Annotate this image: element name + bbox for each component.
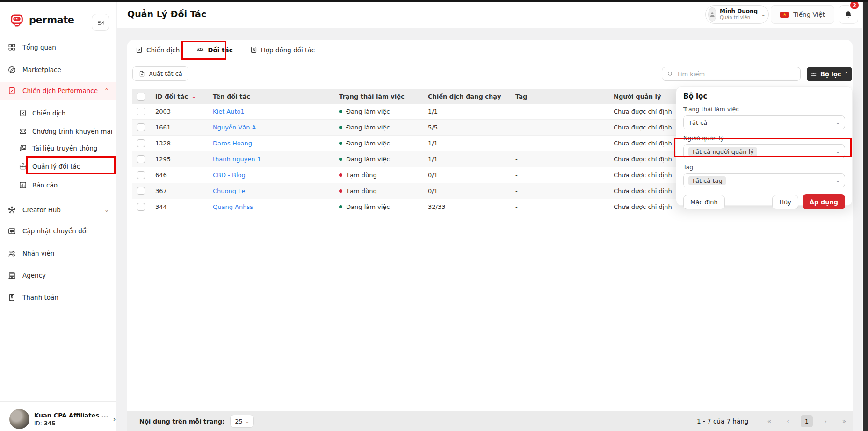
filter-actions: Mặc định Hủy Áp dụng xyxy=(683,194,845,209)
select-all-checkbox[interactable] xyxy=(137,93,145,101)
partner-name-link[interactable]: Nguyễn Văn A xyxy=(213,124,256,131)
column-header-id[interactable]: ID đối tác⌄ xyxy=(150,93,207,100)
page-scrollbar[interactable] xyxy=(863,2,868,431)
sidebar-item-label: Agency xyxy=(22,272,46,279)
search-input[interactable] xyxy=(677,71,796,78)
language-switcher[interactable]: ★ Tiếng Việt xyxy=(771,5,834,24)
sidebar-item-agency[interactable]: Agency xyxy=(0,266,116,284)
staff-icon xyxy=(7,249,16,258)
sidebar-item-label: Tổng quan xyxy=(22,43,56,51)
tabs: Chiến dịchĐối tácHợp đồng đối tác xyxy=(127,40,853,60)
row-checkbox[interactable] xyxy=(137,139,145,147)
sidebar-subitem-quan-ly-doi-tac[interactable]: Quản lý đối tác xyxy=(0,158,116,174)
partner-id: 646 xyxy=(155,172,167,179)
partner-name-link[interactable]: CBD - Blog xyxy=(213,172,246,179)
sliders-icon xyxy=(810,71,817,78)
export-all-button[interactable]: Xuất tất cả xyxy=(132,66,188,81)
filter-apply-button[interactable]: Áp dụng xyxy=(803,194,845,209)
sidebar-item-tong-quan[interactable]: Tổng quan xyxy=(0,38,116,56)
filter-cancel-button[interactable]: Hủy xyxy=(772,195,798,209)
row-checkbox[interactable] xyxy=(137,108,145,115)
browser-top-strip xyxy=(0,0,868,2)
filter-field-label: Trạng thái làm việc xyxy=(683,106,845,113)
account-name: Kuan CPA Affiliates ... xyxy=(34,412,108,419)
sidebar-item-creator-hub[interactable]: Creator Hub⌄ xyxy=(0,201,116,219)
agency-icon xyxy=(7,271,16,280)
sidebar-item-thanh-toan[interactable]: Thanh toán xyxy=(0,288,116,306)
filter-select-value: Tất cả tag xyxy=(688,176,726,185)
sidebar-item-nhan-vien[interactable]: Nhân viên xyxy=(0,244,116,262)
chevron-up-icon: ⌃ xyxy=(104,87,109,94)
partner-status: Đang làm việc xyxy=(346,140,390,147)
partner-tag: - xyxy=(510,172,608,179)
sidebar-subitem-label: Báo cáo xyxy=(32,181,58,189)
prev-page-button[interactable]: ‹ xyxy=(782,415,794,427)
status-dot-icon xyxy=(339,205,342,208)
sidebar-subitem-label: Quản lý đối tác xyxy=(32,163,80,170)
per-page-select[interactable]: 25 ⌄ xyxy=(230,415,254,428)
status-dot-icon xyxy=(339,142,342,145)
page-title: Quản Lý Đối Tác xyxy=(127,9,206,19)
row-checkbox[interactable] xyxy=(137,203,145,211)
partner-campaigns: 1/1 xyxy=(422,108,510,115)
sidebar-item-label: Thanh toán xyxy=(22,294,58,301)
sidebar-subitem-tai-lieu-truyen-thong[interactable]: Tài liệu truyền thông xyxy=(0,140,116,156)
sidebar-subitem-chuong-trinh-khuyen-mai[interactable]: Chương trình khuyến mãi xyxy=(0,123,116,139)
row-checkbox[interactable] xyxy=(137,187,145,195)
partner-name-link[interactable]: Chuong Le xyxy=(213,187,245,194)
partner-campaigns: 1/1 xyxy=(422,156,510,163)
user-menu[interactable]: Minh Duong Quản trị viên ⌄ xyxy=(705,5,769,24)
grid-icon xyxy=(7,43,16,52)
next-page-button[interactable]: › xyxy=(819,415,832,427)
partner-status: Đang làm việc xyxy=(346,203,390,210)
filter-button[interactable]: Bộ lọc ⌃ xyxy=(807,67,852,81)
sidebar-subitem-bao-cao[interactable]: Báo cáo xyxy=(0,177,116,193)
partner-tag: - xyxy=(510,140,608,147)
sidebar-subitem-label: Chiến dịch xyxy=(32,109,65,117)
per-page-label: Nội dung trên mỗi trang: xyxy=(139,418,224,425)
status-dot-icon xyxy=(339,110,342,113)
partner-name-link[interactable]: Kiet Auto1 xyxy=(213,108,245,115)
current-page-button[interactable]: 1 xyxy=(801,415,813,427)
sidebar-subitem-chien-dich[interactable]: Chiến dịch xyxy=(0,105,116,121)
filter-select-tag[interactable]: Tất cả tag⌄ xyxy=(683,173,845,187)
sidebar-divider xyxy=(0,401,116,402)
row-checkbox[interactable] xyxy=(137,123,145,131)
partner-id: 344 xyxy=(155,203,167,210)
status-dot-icon xyxy=(339,173,342,177)
sidebar-item-marketplace[interactable]: Marketplace xyxy=(0,61,116,79)
partner-tag: - xyxy=(510,108,608,115)
sidebar-item-label: Chiến dịch Performance xyxy=(22,87,98,94)
row-checkbox[interactable] xyxy=(137,171,145,179)
collapse-sidebar-icon xyxy=(97,19,105,27)
sidebar-item-chien-dich-performance[interactable]: Chiến dịch Performance⌃ xyxy=(0,82,116,100)
filter-select-nguoi-quan-ly[interactable]: Tất cả người quản lý⌄ xyxy=(683,144,845,158)
sidebar-item-cap-nhat-chuyen-doi[interactable]: Cập nhật chuyển đổi xyxy=(0,222,116,240)
status-dot-icon xyxy=(339,126,342,129)
filter-select-trang-thai-lam-viec[interactable]: Tất cả⌄ xyxy=(683,115,845,129)
tab-chien-dich[interactable]: Chiến dịch xyxy=(133,43,181,57)
row-checkbox[interactable] xyxy=(137,155,145,163)
chevron-down-icon: ⌄ xyxy=(761,11,766,18)
filter-panel: Bộ lọc Trạng thái làm việcTất cả⌄Người q… xyxy=(676,86,853,206)
partner-name-link[interactable]: Daros Hoang xyxy=(213,140,252,147)
chevron-right-icon: › xyxy=(113,415,116,424)
filter-default-button[interactable]: Mặc định xyxy=(683,195,725,209)
campaign-doc-icon xyxy=(19,109,27,117)
column-header-tag: Tag xyxy=(510,93,608,100)
partner-campaigns: 32/33 xyxy=(422,203,510,210)
tab-doi-tac[interactable]: Đối tác xyxy=(195,43,234,57)
chevron-down-icon: ⌄ xyxy=(836,178,840,184)
account-switcher[interactable]: Kuan CPA Affiliates ... ID: 345 › xyxy=(9,409,108,429)
collapse-sidebar-button[interactable] xyxy=(92,14,109,31)
language-label: Tiếng Việt xyxy=(793,11,825,18)
last-page-button[interactable]: » xyxy=(838,415,850,427)
partner-status: Đang làm việc xyxy=(346,156,390,163)
tab-hop-dong-doi-tac[interactable]: Hợp đồng đối tác xyxy=(248,43,317,57)
partner-name-link[interactable]: thanh nguyen 1 xyxy=(213,156,261,163)
partner-name-link[interactable]: Quang Anhss xyxy=(213,203,253,210)
brand-logo[interactable]: permate xyxy=(8,12,74,28)
compass-icon xyxy=(7,65,16,74)
creator-hub-icon xyxy=(7,206,16,215)
first-page-button[interactable]: « xyxy=(763,415,775,427)
